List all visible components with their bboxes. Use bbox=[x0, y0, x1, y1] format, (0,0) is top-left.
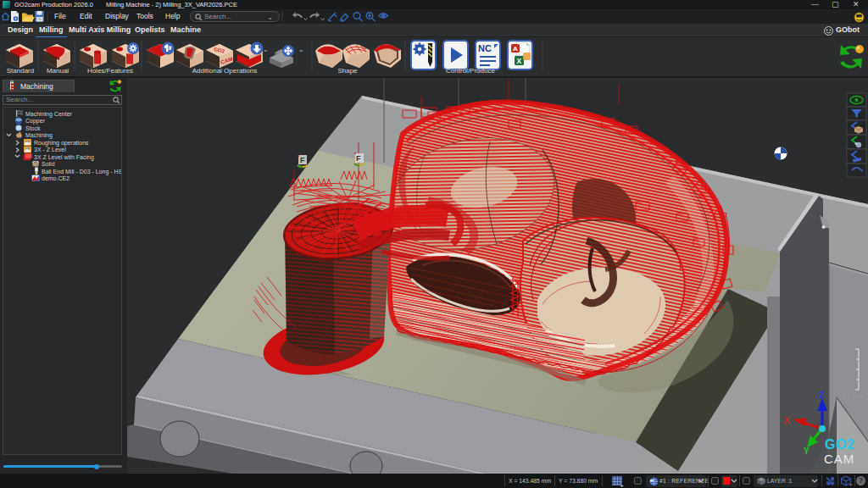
svg-text:Y: Y bbox=[804, 446, 810, 456]
svg-text:GO2: GO2 bbox=[825, 437, 854, 452]
svg-text:F: F bbox=[356, 154, 361, 163]
svg-text:A: A bbox=[513, 45, 518, 53]
svg-text:X: X bbox=[784, 416, 790, 425]
svg-text:NC: NC bbox=[478, 43, 492, 53]
svg-text:⌄: ⌄ bbox=[298, 46, 304, 53]
svg-text:10 mm: 10 mm bbox=[843, 392, 863, 400]
svg-text:Z: Z bbox=[819, 391, 824, 400]
svg-text:⌄: ⌄ bbox=[263, 46, 269, 53]
svg-text:X: X bbox=[517, 57, 522, 65]
svg-text:CAM: CAM bbox=[824, 452, 854, 466]
svg-text:F: F bbox=[300, 156, 305, 164]
